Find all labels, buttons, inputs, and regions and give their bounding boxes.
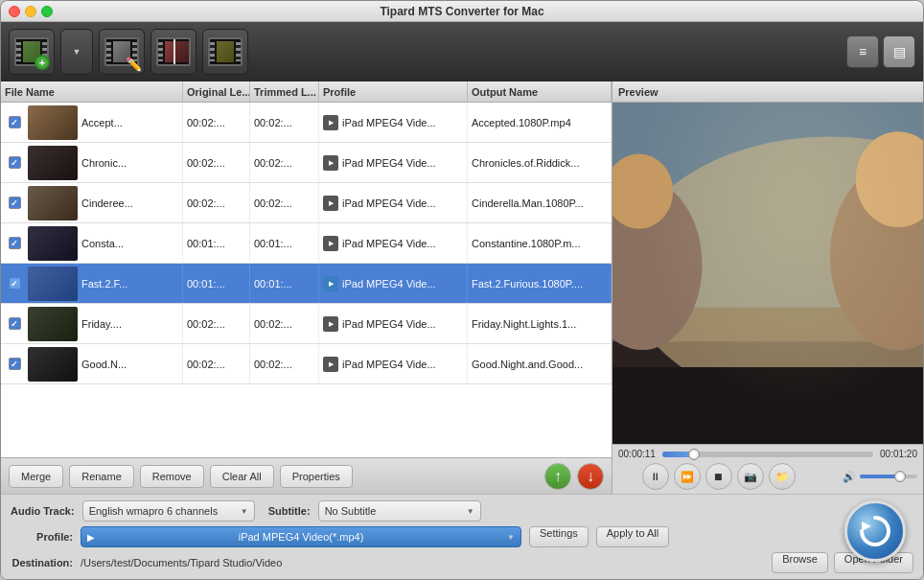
- minimize-button[interactable]: [25, 6, 36, 17]
- forward-button[interactable]: ⏩: [674, 463, 701, 490]
- row-checkbox[interactable]: [9, 197, 21, 209]
- move-up-button[interactable]: ↑: [544, 463, 571, 490]
- table-row[interactable]: Consta... 00:01:... 00:01:... ▶ iPad MPE…: [1, 223, 612, 264]
- pause-button[interactable]: ⏸: [642, 463, 669, 490]
- row-checkbox[interactable]: [9, 277, 21, 290]
- row-checkbox[interactable]: [9, 358, 21, 370]
- convert-button[interactable]: [844, 500, 906, 562]
- file-area: File Name Original Le... Trimmed L... Pr…: [1, 81, 923, 494]
- snapshot-button[interactable]: 📷: [737, 463, 764, 490]
- name-cell: Consta...: [1, 223, 183, 263]
- original-cell: 00:01:...: [183, 264, 250, 303]
- volume-track[interactable]: [860, 475, 917, 478]
- video-scene: [612, 103, 923, 444]
- trimmed-cell: 00:02:...: [250, 183, 319, 222]
- table-body: Accept... 00:02:... 00:02:... ▶ iPad MPE…: [1, 103, 612, 457]
- main-window: Tipard MTS Converter for Mac + ▼: [0, 0, 924, 580]
- detail-view-button[interactable]: ▤: [883, 35, 915, 68]
- list-icon: ≡: [859, 44, 866, 59]
- move-down-button[interactable]: ↓: [577, 463, 604, 490]
- row-thumbnail: [28, 267, 78, 301]
- row-thumbnail: [28, 105, 78, 140]
- table-row[interactable]: Accept... 00:02:... 00:02:... ▶ iPad MPE…: [1, 103, 612, 143]
- col-filename: File Name: [1, 81, 183, 102]
- remove-button[interactable]: Remove: [140, 465, 204, 488]
- svg-point-9: [612, 103, 923, 409]
- svg-point-4: [830, 162, 923, 350]
- profile-icon: ▶: [323, 155, 338, 171]
- trimmed-cell: 00:01:...: [250, 264, 319, 303]
- file-list: File Name Original Le... Trimmed L... Pr…: [1, 81, 612, 494]
- chevron-down-icon: ▼: [467, 507, 474, 516]
- trimmed-cell: 00:02:...: [250, 344, 319, 383]
- video-frame: [612, 103, 923, 444]
- settings-button[interactable]: Settings: [529, 526, 589, 547]
- name-cell: Chronic...: [1, 143, 183, 182]
- list-view-button[interactable]: ≡: [846, 35, 879, 68]
- trimmed-cell: 00:02:...: [250, 304, 319, 343]
- profile-cell: ▶ iPad MPEG4 Vide...: [319, 143, 468, 182]
- edit-button[interactable]: ✏️: [99, 29, 145, 75]
- table-row[interactable]: Friday.... 00:02:... 00:02:... ▶ iPad MP…: [1, 304, 612, 344]
- trimmed-cell: 00:02:...: [250, 143, 319, 182]
- original-cell: 00:02:...: [183, 304, 250, 343]
- row-thumbnail: [28, 226, 78, 261]
- table-row[interactable]: Chronic... 00:02:... 00:02:... ▶ iPad MP…: [1, 143, 612, 183]
- apply-all-button[interactable]: Apply to All: [596, 526, 669, 547]
- audio-subtitle-row: Audio Track: English wmapro 6 channels ▼…: [11, 500, 913, 522]
- original-cell: 00:02:...: [183, 183, 250, 222]
- chevron-down-icon: ▼: [241, 507, 248, 516]
- chevron-down-icon: ▼: [507, 533, 515, 542]
- svg-marker-10: [862, 522, 871, 531]
- refresh-icon: [858, 514, 892, 548]
- destination-row: Destination: /Users/test/Documents/Tipar…: [11, 552, 913, 573]
- progress-track[interactable]: [662, 452, 873, 457]
- open-folder-button[interactable]: 📁: [769, 463, 796, 490]
- svg-rect-8: [612, 367, 923, 444]
- file-name: Friday....: [81, 318, 122, 330]
- row-checkbox[interactable]: [9, 156, 21, 169]
- row-checkbox[interactable]: [9, 237, 21, 249]
- merge-button[interactable]: [202, 29, 248, 75]
- original-cell: 00:02:...: [183, 103, 250, 142]
- browse-button[interactable]: Browse: [772, 552, 828, 573]
- preview-header: Preview: [612, 81, 923, 103]
- output-cell: Cinderella.Man.1080P...: [468, 183, 612, 222]
- table-header: File Name Original Le... Trimmed L... Pr…: [1, 81, 612, 103]
- settings-bar: Audio Track: English wmapro 6 channels ▼…: [1, 494, 923, 579]
- view-toggle: ≡ ▤: [846, 35, 915, 68]
- row-checkbox[interactable]: [9, 317, 21, 330]
- clear-all-button[interactable]: Clear All: [210, 465, 274, 488]
- table-row[interactable]: Cinderee... 00:02:... 00:02:... ▶ iPad M…: [1, 183, 612, 223]
- subtitle-select[interactable]: No Subtitle ▼: [318, 500, 481, 522]
- close-button[interactable]: [9, 6, 20, 17]
- audio-track-select[interactable]: English wmapro 6 channels ▼: [82, 500, 255, 522]
- properties-button[interactable]: Properties: [280, 465, 353, 488]
- maximize-button[interactable]: [41, 6, 53, 17]
- destination-path: /Users/test/Documents/Tipard Studio/Vide…: [81, 557, 282, 568]
- pause-icon: ⏸: [650, 471, 660, 482]
- add-button-arrow[interactable]: ▼: [60, 29, 93, 75]
- playback-bar: 00:00:11 00:01:20 ⏸: [612, 444, 923, 494]
- row-checkbox[interactable]: [9, 116, 21, 128]
- toolbar: + ▼ ✏️: [1, 22, 923, 81]
- file-name: Accept...: [81, 117, 123, 128]
- rename-button[interactable]: Rename: [69, 465, 134, 488]
- merge-button[interactable]: Merge: [9, 465, 63, 488]
- svg-rect-2: [612, 341, 923, 444]
- profile-cell: ▶ iPad MPEG4 Vide...: [319, 223, 468, 263]
- split-button[interactable]: [150, 29, 196, 75]
- table-row[interactable]: Good.N... 00:02:... 00:02:... ▶ iPad MPE…: [1, 344, 612, 384]
- svg-point-6: [612, 179, 702, 350]
- titlebar: Tipard MTS Converter for Mac: [1, 1, 923, 22]
- profile-cell: ▶ iPad MPEG4 Vide...: [319, 264, 468, 303]
- profile-cell: ▶ iPad MPEG4 Vide...: [319, 183, 468, 222]
- stop-button[interactable]: ⏹: [705, 463, 732, 490]
- add-file-button[interactable]: +: [9, 29, 55, 75]
- svg-point-7: [612, 153, 673, 228]
- subtitle-value: No Subtitle: [325, 505, 377, 517]
- profile-select[interactable]: ▶ iPad MPEG4 Video(*.mp4) ▼: [81, 526, 521, 547]
- file-name: Fast.2.F...: [81, 278, 127, 290]
- audio-track-label: Audio Track:: [11, 505, 75, 517]
- table-row[interactable]: Fast.2.F... 00:01:... 00:01:... ▶ iPad M…: [1, 264, 612, 304]
